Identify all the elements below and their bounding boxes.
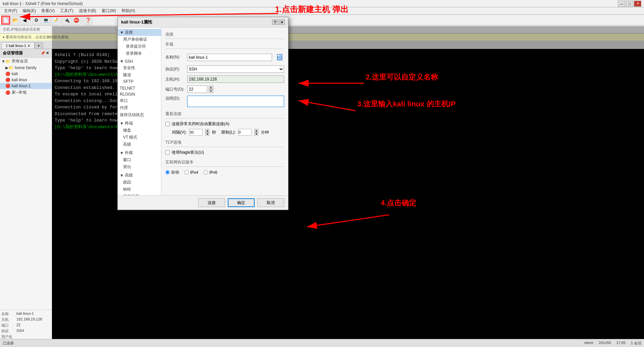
port-down-button[interactable]: ▼ <box>209 89 213 93</box>
dtree-keyboard[interactable]: 键盘 <box>118 127 161 134</box>
dtree-bell[interactable]: 响铃 <box>118 186 161 193</box>
maximize-button[interactable]: □ <box>626 1 633 7</box>
dtree-proxy[interactable]: 代理 <box>118 104 161 111</box>
tree-kali[interactable]: 🔴 kali <box>0 71 52 77</box>
dtree-advanced-terminal[interactable]: 高级 <box>118 141 161 148</box>
dtree-keepalive[interactable]: 保持活动状态 <box>118 111 161 118</box>
dtree-sftp[interactable]: SFTP <box>118 79 161 85</box>
sidebar-header: 会话管理器 📌 ✕ <box>0 49 52 58</box>
menu-edit[interactable]: 编辑(E) <box>20 7 39 14</box>
tcp-nagle-label: 使用Nagle算法(U) <box>172 150 204 155</box>
info-port-label: 端口 <box>1 323 16 328</box>
ip-v6-radio[interactable]: IPv6 <box>204 170 217 175</box>
dtree-rlogin[interactable]: RLOGIN <box>118 91 161 97</box>
address-label: 主机,IP地址或会话名称 <box>3 27 40 32</box>
dtree-login-prompt[interactable]: 登录提示符 <box>118 43 161 50</box>
interval-input[interactable] <box>189 129 203 136</box>
ip-auto-radio-input[interactable] <box>165 170 170 175</box>
port-up-button[interactable]: ▲ <box>209 86 213 89</box>
form-protocol-select[interactable]: SSH TELNET RLOGIN SFTP 串口 <box>187 65 284 73</box>
script-button[interactable]: 📝 <box>51 16 59 24</box>
form-protocol-label: 协议(P): <box>165 66 187 72</box>
form-desc-textarea[interactable] <box>187 96 284 107</box>
info-port-value: 22 <box>16 323 20 328</box>
status-cursor: 17,65 <box>616 341 626 346</box>
menu-tabs[interactable]: 选项卡(B) <box>76 7 99 14</box>
window-close-button[interactable]: ✕ <box>634 1 641 7</box>
dialog-title-bar: kali linux-1属性 ? ✕ <box>118 17 288 28</box>
dtree-connection[interactable]: ▼ 连接 <box>118 29 161 36</box>
dtree-highlight[interactable]: 突出 <box>118 163 161 170</box>
connect-button[interactable]: 🔌 <box>62 16 71 24</box>
menu-view[interactable]: 查看(V) <box>39 7 57 14</box>
dtree-ssh[interactable]: ▼ SSH <box>118 58 161 64</box>
folder-icon-2: ▶📁 <box>5 65 13 70</box>
dtree-terminal[interactable]: ▼ 终端 <box>118 120 161 127</box>
tree-all-sessions[interactable]: ▼📁 所有会话 <box>0 58 52 65</box>
dtree-security[interactable]: 安全性 <box>118 64 161 71</box>
dtree-proxy-label: 代理 <box>120 105 128 111</box>
menu-window[interactable]: 窗口(W) <box>99 7 119 14</box>
ip-v4-radio-input[interactable] <box>184 170 189 175</box>
dtree-security-label: 安全性 <box>123 65 135 71</box>
dtree-connection-icon: ▼ <box>120 30 124 35</box>
ip-auto-label: 自动 <box>171 169 179 175</box>
terminal-button[interactable]: 💻 <box>41 16 50 24</box>
dtree-login-prompt-label: 登录提示符 <box>126 44 146 49</box>
back-button[interactable]: ◀ <box>20 16 29 24</box>
form-name-input[interactable] <box>187 54 272 61</box>
port-spinner: ▲ ▼ <box>209 86 213 93</box>
tcp-nagle-checkbox[interactable] <box>165 150 170 155</box>
tree-kali-linux[interactable]: 🔴 kali linux <box>0 77 52 83</box>
sidebar-pin-button[interactable]: 📌 <box>41 51 45 55</box>
dtree-window[interactable]: 窗口 <box>118 156 161 163</box>
ip-v6-radio-input[interactable] <box>204 170 208 175</box>
disconnect-button[interactable]: ⛔ <box>72 16 80 24</box>
sidebar-close-button[interactable]: ✕ <box>46 51 49 55</box>
dtree-appearance[interactable]: ▼ 外观 <box>118 149 161 156</box>
dtree-log[interactable]: 日志记录 <box>118 193 161 195</box>
ip-auto-radio[interactable]: 自动 <box>165 169 179 175</box>
dtree-tunnel[interactable]: 隧道 <box>118 71 161 79</box>
dtree-advanced[interactable]: ▼ 高级 <box>118 172 161 179</box>
tree-home-local[interactable]: 🔴 家--本地 <box>0 89 52 96</box>
minimize-button[interactable]: — <box>618 1 625 7</box>
settings-button[interactable]: ⚙ <box>32 16 41 24</box>
dtree-ssh-label: SSH <box>125 59 133 64</box>
limit-input[interactable] <box>238 129 252 136</box>
tab-add-button[interactable]: + <box>35 42 43 49</box>
open-button[interactable]: 📂 <box>11 16 19 24</box>
dtree-trace[interactable]: 跟踪 <box>118 179 161 186</box>
dtree-auth[interactable]: 用户身份验证 <box>118 36 161 43</box>
dtree-telnet[interactable]: TELNET <box>118 85 161 91</box>
dtree-serial[interactable]: 串口 <box>118 97 161 104</box>
interval-down-button[interactable]: ▼ <box>205 132 209 136</box>
menu-tools[interactable]: 工具(T) <box>57 7 76 14</box>
menu-file[interactable]: 文件(F) <box>1 7 20 14</box>
ok-button[interactable]: 确定 <box>228 198 255 207</box>
form-port-input[interactable] <box>187 86 207 93</box>
connect-button[interactable]: 连接 <box>198 198 225 207</box>
info-name-label: 名称 <box>1 311 16 316</box>
session-icon-4: 🔴 <box>5 90 10 95</box>
dialog-close-button[interactable]: ✕ <box>279 19 285 25</box>
dialog-question-button[interactable]: ? <box>272 19 278 25</box>
form-host-input[interactable] <box>187 76 284 83</box>
limit-down-button[interactable]: ▼ <box>254 132 258 136</box>
new-session-button[interactable]: 📄 <box>1 16 10 24</box>
cancel-button[interactable]: 取消 <box>257 198 284 207</box>
help-button[interactable]: ❓ <box>84 16 92 24</box>
dtree-advanced-icon: ▼ <box>120 173 124 178</box>
dtree-login-script[interactable]: 登录脚本 <box>118 50 161 57</box>
tree-home-family[interactable]: ▶📁 home family <box>0 65 52 71</box>
limit-up-button[interactable]: ▲ <box>254 129 258 132</box>
dtree-vt-mode[interactable]: VT 模式 <box>118 134 161 141</box>
tree-kali-linux-1[interactable]: 🔴 kali linux-1 <box>0 83 52 89</box>
tab-close-button[interactable]: ✕ <box>28 44 30 48</box>
interval-up-button[interactable]: ▲ <box>205 129 209 132</box>
reconnect-checkbox[interactable] <box>165 122 170 126</box>
tab-kali-linux-1[interactable]: 1 kali linux-1 ✕ <box>1 42 35 49</box>
properties-dialog: kali linux-1属性 ? ✕ ▼ 连接 用户身份验证 登录提示符 <box>117 17 288 210</box>
menu-help[interactable]: 帮助(H) <box>119 7 138 14</box>
ip-v4-radio[interactable]: IPv4 <box>184 170 198 175</box>
